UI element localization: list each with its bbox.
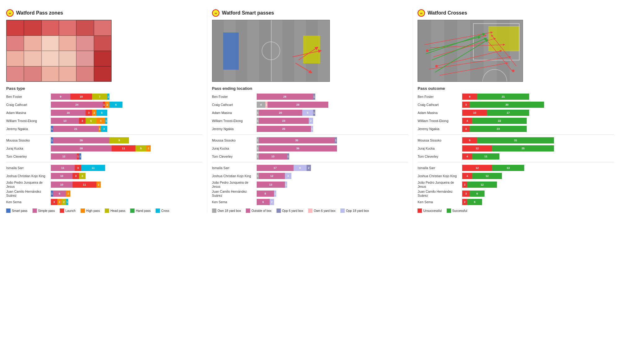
chart-row-bars: 1033 xyxy=(51,173,86,179)
chart-row: Juan Camilo Hernández Suárez162 xyxy=(6,190,202,197)
pass-outcome-legend: UnsuccessfulSuccessful xyxy=(418,208,614,213)
legend-item: Outside of box xyxy=(246,208,271,213)
chart-row-bars: 1213 xyxy=(462,165,524,171)
chart-row: Juraj Kucka1225 xyxy=(418,145,614,152)
bar-segment: 6 xyxy=(470,191,485,197)
chart-row-label: Craig Cathcart xyxy=(6,103,50,107)
bar-segment: 1 xyxy=(265,102,268,108)
bar-segment: 31 xyxy=(477,137,554,143)
chart-row-label: Juan Camilo Hernández Suárez xyxy=(6,190,50,197)
legend-label: Opp 6 yard box xyxy=(282,209,303,213)
chart-row-label: Juan Camilo Hernández Suárez xyxy=(212,190,255,197)
bar-segment: 3 xyxy=(73,173,79,179)
smart-passes-field xyxy=(212,20,330,82)
bar-segment: 3 xyxy=(462,126,470,132)
smart-passes-arrows xyxy=(212,20,330,81)
pass-type-legend: Smart passSimple passLaunchHigh passHead… xyxy=(6,208,202,213)
bar-segment: 2 xyxy=(66,191,70,197)
bar-segment: 11 xyxy=(73,182,96,188)
legend-label: Launch xyxy=(65,209,76,213)
heatmap-cell xyxy=(59,51,76,66)
chart-row-label: William Troost-Ekong xyxy=(418,119,461,123)
bar-segment: 6 xyxy=(294,165,307,171)
bar-segment: 28 xyxy=(268,102,328,108)
heatmap-cell xyxy=(42,20,59,36)
bar-segment: 1 xyxy=(51,126,53,132)
bar-segment: 5 xyxy=(86,118,96,124)
legend-swatch xyxy=(212,208,216,213)
chart-row-bars: 10112 xyxy=(51,182,101,188)
chart-row-bars: 323 xyxy=(462,126,527,132)
chart-row: Ken Sema62 xyxy=(212,199,408,205)
heatmap-cell xyxy=(76,51,94,66)
chart-row-label: Adam Masina xyxy=(212,111,255,115)
chart-row-bars: 162 xyxy=(51,191,70,197)
chart-row: Ben Foster91071 xyxy=(6,93,202,100)
chart-row-bars: 4128 xyxy=(257,102,328,108)
legend-label: Hand pass xyxy=(136,209,151,213)
heatmap-cell xyxy=(94,20,111,36)
bar-segment: 11 xyxy=(51,165,75,171)
chart-row-label: Juraj Kucka xyxy=(6,147,50,151)
heatmap-cell xyxy=(7,66,24,82)
chart-divider xyxy=(418,134,614,135)
legend-item: Simple pass xyxy=(33,208,55,213)
bar-segment: 8 xyxy=(257,191,274,197)
bar-segment: 2 xyxy=(462,182,467,188)
chart-row-label: William Troost-Ekong xyxy=(212,119,255,123)
bar-segment: 6 xyxy=(109,102,122,108)
bar-segment: 12 xyxy=(259,173,285,179)
chart-row-bars: 251 xyxy=(257,126,313,132)
svg-line-16 xyxy=(486,38,513,72)
chart-row-label: Juraj Kucka xyxy=(212,147,255,151)
chart-row: Juraj Kucka281152 xyxy=(6,145,202,152)
bar-segment: 1 xyxy=(285,182,287,188)
bar-segment: 1 xyxy=(257,137,259,143)
svg-line-15 xyxy=(440,63,507,76)
bar-segment: 3 xyxy=(462,191,470,197)
heatmap-cell xyxy=(59,66,76,82)
bar-segment: 1 xyxy=(287,153,289,160)
chart-row: Craig Cathcart330 xyxy=(418,101,614,108)
chart-row: João Pedro Junqueira de Jesus10112 xyxy=(6,181,202,188)
chart-row-label: João Pedro Junqueira de Jesus xyxy=(6,181,50,188)
legend-item: Own 6 yard box xyxy=(308,208,335,213)
chart-row: Juraj Kucka136 xyxy=(212,145,408,152)
bar-segment: 2 xyxy=(92,110,96,116)
bar-segment: 12 xyxy=(472,173,502,179)
bar-segment: 1 xyxy=(105,118,107,124)
pass-type-chart: Ben Foster91071Craig Cathcart24126Adam M… xyxy=(6,93,202,205)
bar-segment: 1 xyxy=(257,145,259,151)
bar-segment: 1 xyxy=(257,118,259,124)
legend-swatch xyxy=(81,208,85,213)
chart-row-bars: 16325 xyxy=(51,110,107,116)
chart-divider xyxy=(418,162,614,162)
chart-row-label: Juan Camilo Hernández Suárez xyxy=(418,190,461,197)
chart-row: Ben Foster621 xyxy=(418,93,614,100)
heatmap-cell xyxy=(42,36,59,51)
bar-segment: 6 xyxy=(53,191,66,197)
bar-segment: 5 xyxy=(302,110,313,116)
heatmap-cell xyxy=(7,36,24,51)
pass-outcome-chart: Ben Foster621Craig Cathcart330Adam Masin… xyxy=(418,93,614,205)
bar-segment: 20 xyxy=(259,110,302,116)
heatmap-cell xyxy=(42,51,59,66)
chart-row: Juan Camilo Hernández Suárez36 xyxy=(418,190,614,197)
chart-row-label: Craig Cathcart xyxy=(212,103,255,107)
svg-line-14 xyxy=(429,57,510,69)
bar-segment: 11 xyxy=(112,145,135,151)
crosses-field xyxy=(418,20,523,82)
chart-row-bars: 3221 xyxy=(51,199,68,205)
bar-segment: 1 xyxy=(257,153,259,160)
bar-segment: 10 xyxy=(462,110,487,116)
chart-row-bars: 1211 xyxy=(51,153,81,160)
chart-row-label: Tom Cleverley xyxy=(212,155,255,159)
heatmap-cell xyxy=(59,36,76,51)
chart-row-label: Ken Sema xyxy=(418,200,461,204)
chart-row-bars: 1762 xyxy=(257,165,311,171)
bar-segment: 3 xyxy=(86,110,92,116)
bar-segment: 6 xyxy=(257,199,270,205)
chart-divider xyxy=(6,134,202,135)
bar-segment: 6 xyxy=(462,94,477,100)
chart-row-label: Juraj Kucka xyxy=(418,147,461,151)
